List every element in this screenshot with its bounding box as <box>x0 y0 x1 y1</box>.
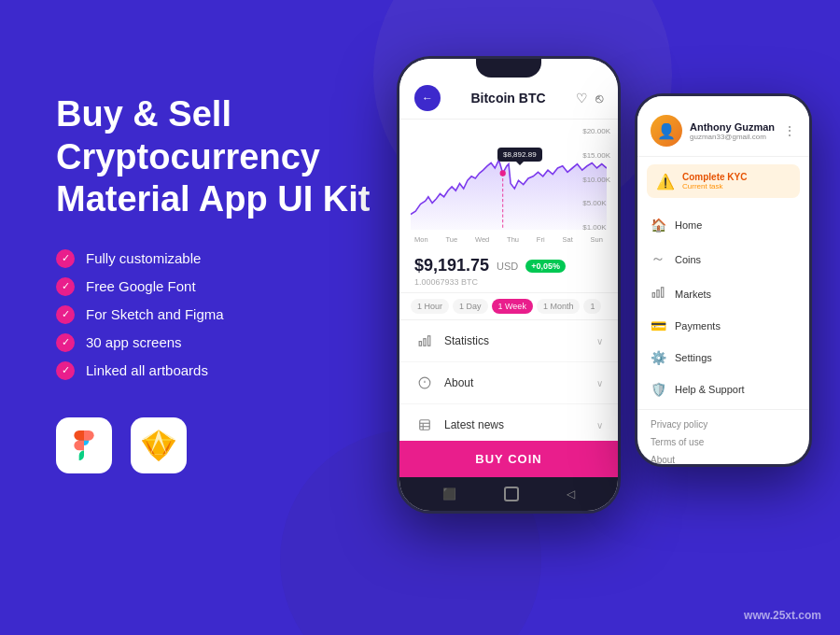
menu-items: Statistics ∨ About ∨ <box>399 320 618 441</box>
news-label: Latest news <box>444 418 504 431</box>
svg-rect-14 <box>652 293 654 298</box>
check-icon: ✓ <box>56 249 75 268</box>
nav-settings-label: Settings <box>675 352 712 363</box>
chart-y-labels: $20.00K $15.00K $10.00K $5.00K $1.00K <box>582 127 610 232</box>
about-link[interactable]: About <box>651 451 796 467</box>
header-actions: ♡ ⎋ <box>576 91 603 106</box>
home-nav[interactable] <box>504 487 519 501</box>
terms-link[interactable]: Terms of use <box>651 433 796 451</box>
svg-rect-8 <box>420 420 430 430</box>
filter-1month[interactable]: 1 Month <box>537 299 581 314</box>
phone-bottom-bar: ⬛ ◁ <box>399 477 618 511</box>
left-panel: Buy & Sell Cryptocurrency Material App U… <box>56 93 411 473</box>
phone-main: ← Bitcoin BTC ♡ ⎋ $20.00K $15.00K $10.00… <box>397 56 621 514</box>
nav-menu: 🏠 Home ～ Coins Markets 💳 <box>637 205 809 409</box>
about-menu-item[interactable]: About ∨ <box>399 362 618 404</box>
list-item: ✓ For Sketch and Figma <box>56 305 411 324</box>
kyc-icon: ⚠️ <box>656 173 675 190</box>
price-currency: USD <box>497 261 518 272</box>
nav-markets[interactable]: Markets <box>637 277 809 310</box>
check-icon: ✓ <box>56 305 75 324</box>
nav-home-label: Home <box>675 219 702 231</box>
about-icon <box>414 373 435 393</box>
nav-help-label: Help & Support <box>675 384 745 395</box>
filter-1day[interactable]: 1 Day <box>453 299 488 314</box>
back-button[interactable]: ← <box>414 85 441 111</box>
app-title: Bitcoin BTC <box>470 91 545 106</box>
markets-icon <box>651 286 665 302</box>
list-item: ✓ Linked all artboards <box>56 361 411 380</box>
statistics-menu-item[interactable]: Statistics ∨ <box>399 320 618 362</box>
price-value: $9,191.75 <box>414 256 489 275</box>
phones-container: ← Bitcoin BTC ♡ ⎋ $20.00K $15.00K $10.00… <box>397 56 812 514</box>
user-avatar: 👤 <box>651 115 682 147</box>
coins-icon: ～ <box>651 249 665 269</box>
list-item: ✓ Free Google Font <box>56 277 411 296</box>
chart-tooltip: $8,892.89 <box>497 148 542 162</box>
statistics-label: Statistics <box>444 334 489 347</box>
figma-icon <box>56 417 112 473</box>
price-section: $9,191.75 USD +0,05% 1.00067933 BTC <box>399 250 618 293</box>
nav-coins-label: Coins <box>675 254 701 265</box>
svg-rect-2 <box>428 336 430 346</box>
nav-payments[interactable]: 💳 Payments <box>637 310 809 342</box>
filter-more[interactable]: 1 <box>583 299 601 314</box>
list-item: ✓ Fully customizable <box>56 249 411 268</box>
home-icon: 🏠 <box>651 218 665 233</box>
chart-area: $20.00K $15.00K $10.00K $5.00K $1.00K <box>399 120 618 250</box>
features-list: ✓ Fully customizable ✓ Free Google Font … <box>56 249 411 380</box>
time-filters: 1 Hour 1 Day 1 Week 1 Month 1 <box>399 293 618 320</box>
heart-button[interactable]: ♡ <box>576 91 588 106</box>
news-icon <box>414 415 435 435</box>
settings-icon: ⚙️ <box>651 350 665 365</box>
kyc-subtitle: Current task <box>682 182 747 190</box>
price-chart <box>411 127 607 230</box>
price-main: $9,191.75 USD +0,05% <box>414 256 603 275</box>
phone2-header: 👤 Anthony Guzman guzman33@gmail.com ⋮ <box>637 96 809 157</box>
more-options[interactable]: ⋮ <box>783 123 796 138</box>
nav-help[interactable]: 🛡️ Help & Support <box>637 374 809 405</box>
chart-x-labels: Mon Tue Wed Thu Fri Sat Sun <box>411 233 607 244</box>
share-button[interactable]: ⎋ <box>595 91 603 106</box>
phone2-screen: 👤 Anthony Guzman guzman33@gmail.com ⋮ ⚠️… <box>637 96 809 464</box>
nav-home[interactable]: 🏠 Home <box>637 209 809 241</box>
main-title: Buy & Sell Cryptocurrency Material App U… <box>56 93 411 221</box>
user-name: Anthony Guzman <box>690 121 783 133</box>
sketch-icon <box>131 417 187 473</box>
filter-1week[interactable]: 1 Week <box>492 299 533 314</box>
buy-coin-button[interactable]: BUY COIN <box>399 441 618 477</box>
tool-icons <box>56 417 411 473</box>
nav-markets-label: Markets <box>675 289 711 300</box>
privacy-policy-link[interactable]: Privacy policy <box>651 416 796 433</box>
price-change: +0,05% <box>525 260 566 273</box>
svg-rect-12 <box>662 288 664 298</box>
statistics-chevron: ∨ <box>596 336 603 346</box>
watermark: www.25xt.com <box>744 609 821 622</box>
statistics-icon <box>414 331 435 351</box>
svg-rect-13 <box>657 290 659 298</box>
nav-settings[interactable]: ⚙️ Settings <box>637 342 809 374</box>
user-info: Anthony Guzman guzman33@gmail.com <box>690 121 783 141</box>
footer-links: Privacy policy Terms of use About <box>637 409 809 467</box>
list-item: ✓ 30 app screens <box>56 333 411 352</box>
payments-icon: 💳 <box>651 318 665 333</box>
check-icon: ✓ <box>56 361 75 380</box>
user-email: guzman33@gmail.com <box>690 133 783 141</box>
about-label: About <box>444 376 473 389</box>
nav-coins[interactable]: ～ Coins <box>637 241 809 277</box>
kyc-notice[interactable]: ⚠️ Complete KYC Current task <box>647 164 800 198</box>
phone-notch <box>476 59 541 78</box>
phone-secondary: 👤 Anthony Guzman guzman33@gmail.com ⋮ ⚠️… <box>635 93 812 467</box>
phone-screen: ← Bitcoin BTC ♡ ⎋ $20.00K $15.00K $10.00… <box>399 59 618 511</box>
filter-1hour[interactable]: 1 Hour <box>411 299 449 314</box>
kyc-text: Complete KYC Current task <box>682 172 747 190</box>
svg-rect-4 <box>419 342 421 346</box>
help-icon: 🛡️ <box>651 382 665 397</box>
news-chevron: ∨ <box>596 420 603 430</box>
nav-payments-label: Payments <box>675 320 721 332</box>
check-icon: ✓ <box>56 277 75 296</box>
about-chevron: ∨ <box>596 378 603 388</box>
kyc-title: Complete KYC <box>682 172 747 182</box>
check-icon: ✓ <box>56 333 75 352</box>
news-menu-item[interactable]: Latest news ∨ <box>399 404 618 441</box>
